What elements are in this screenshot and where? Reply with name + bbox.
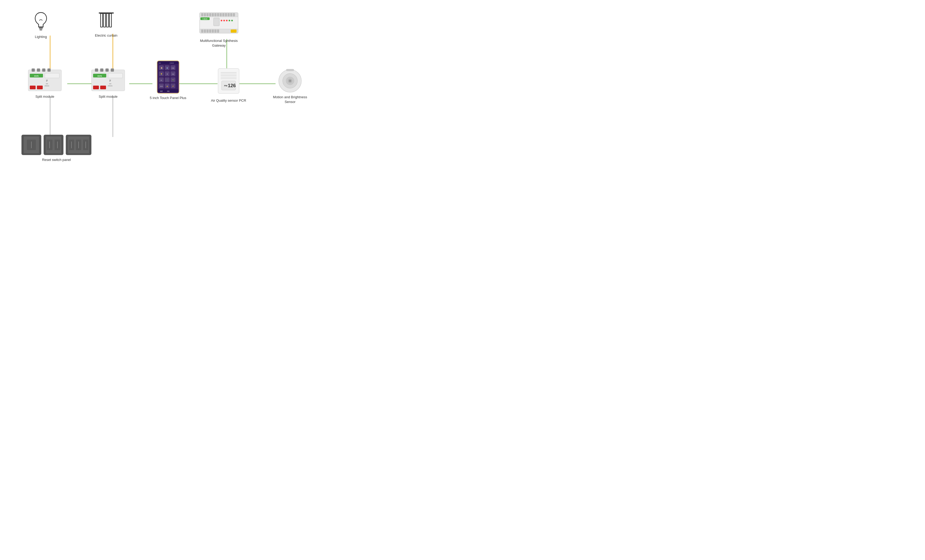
svg-rect-44	[158, 62, 179, 64]
touch-panel-node: 9:24 17:05 25° 🏠 ❄️ HVAC 💡 ⚙ RGB AC	[150, 61, 187, 101]
motion-sensor-node: Motion and Brightness Sensor	[270, 69, 310, 104]
svg-rect-87	[230, 13, 232, 17]
switch-3gang-icon	[65, 134, 92, 155]
svg-rect-120	[286, 69, 294, 71]
svg-rect-33	[105, 69, 108, 72]
svg-rect-96	[214, 18, 219, 26]
svg-rect-25	[30, 86, 36, 89]
svg-point-92	[223, 20, 225, 21]
svg-rect-14	[103, 14, 105, 27]
svg-text:V-BUS: V-BUS	[202, 18, 207, 20]
gateway-node: V-BUS Multifunctional Synthesis Gateway	[198, 10, 240, 48]
split-module-2-label: Split module	[99, 94, 118, 99]
diagram-container: Lighting Electric curtain GVS	[0, 0, 316, 192]
svg-rect-79	[209, 13, 211, 17]
svg-point-119	[289, 80, 291, 82]
svg-text:126: 126	[228, 83, 236, 88]
touch-panel-label: 5 inch Touch Panel Plus	[150, 96, 187, 101]
svg-rect-86	[227, 13, 230, 17]
svg-point-91	[221, 20, 222, 21]
svg-rect-81	[214, 13, 217, 17]
split-module-2-node: GVS μ 15A 250VAC Split module	[91, 69, 125, 99]
split-module-1-node: GVS μ 15A 250VAC Split module	[28, 69, 62, 99]
svg-rect-77	[204, 13, 206, 17]
svg-rect-20	[42, 69, 45, 72]
gateway-label: Multifunctional Synthesis Gateway	[198, 39, 240, 48]
svg-text:GVS: GVS	[34, 75, 39, 77]
svg-rect-34	[111, 69, 114, 72]
svg-rect-19	[37, 69, 40, 72]
gateway-icon: V-BUS	[199, 10, 239, 36]
svg-rect-21	[47, 69, 51, 72]
svg-rect-31	[95, 69, 98, 72]
reset-switch-label: Reset switch panel	[42, 158, 71, 162]
svg-text:9:24: 9:24	[159, 62, 161, 64]
svg-rect-88	[233, 13, 235, 17]
svg-rect-103	[214, 30, 217, 33]
curtain-label: Electric curtain	[95, 33, 118, 38]
svg-rect-13	[101, 14, 102, 27]
svg-rect-84	[222, 13, 224, 17]
svg-rect-39	[100, 86, 106, 89]
svg-rect-32	[100, 69, 103, 72]
svg-text:❄️: ❄️	[166, 67, 168, 69]
svg-text:RGB: RGB	[172, 74, 174, 75]
touch-panel-screen: 9:24 17:05 25° 🏠 ❄️ HVAC 💡 ⚙ RGB AC	[158, 62, 179, 93]
svg-text:17:05  25°: 17:05 25°	[170, 62, 174, 64]
svg-text:🔒: 🔒	[166, 86, 168, 87]
motion-sensor-label: Motion and Brightness Sensor	[270, 95, 310, 104]
svg-text:PM: PM	[224, 84, 227, 87]
lighting-icon	[32, 10, 50, 32]
air-sensor-node: PM 126 Air Quality sensor PCR	[211, 67, 246, 103]
svg-text:250VAC: 250VAC	[45, 85, 50, 87]
svg-rect-38	[93, 86, 99, 89]
svg-text:μ: μ	[46, 79, 48, 82]
lighting-node: Lighting	[32, 10, 50, 39]
lighting-label: Lighting	[35, 35, 47, 39]
svg-text:⚡: ⚡	[172, 86, 174, 87]
svg-rect-105	[231, 30, 237, 33]
svg-text:250VAC: 250VAC	[108, 85, 113, 87]
svg-rect-80	[212, 13, 214, 17]
split-module-2-icon: GVS μ 15A 250VAC	[91, 69, 125, 92]
split-module-1-label: Split module	[35, 94, 54, 99]
svg-point-93	[226, 20, 227, 21]
svg-text:💡: 💡	[161, 73, 163, 75]
svg-text:AC: AC	[161, 80, 162, 81]
motion-sensor-icon	[278, 69, 302, 93]
svg-text:📸: 📸	[172, 79, 174, 81]
switch-1gang-icon	[21, 134, 42, 155]
svg-text:15A: 15A	[109, 83, 112, 84]
split-module-1-icon: GVS μ 15A 250VAC	[28, 69, 62, 92]
svg-rect-16	[109, 14, 111, 27]
switch-panels-group	[21, 134, 92, 155]
svg-text:GVS: GVS	[98, 75, 102, 77]
svg-point-94	[229, 20, 230, 21]
curtain-icon	[97, 10, 116, 31]
svg-rect-101	[209, 30, 211, 33]
svg-rect-83	[220, 13, 222, 17]
svg-rect-26	[37, 86, 43, 89]
svg-text:🏠: 🏠	[160, 67, 163, 69]
svg-text:🎵: 🎵	[166, 79, 168, 81]
svg-point-95	[231, 20, 233, 21]
svg-text:15A: 15A	[46, 83, 48, 84]
svg-rect-100	[206, 30, 209, 33]
svg-rect-24	[45, 73, 59, 78]
touch-panel-icon: 9:24 17:05 25° 🏠 ❄️ HVAC 💡 ⚙ RGB AC	[157, 61, 179, 93]
curtain-node: Electric curtain	[95, 10, 118, 38]
svg-text:SSSS: SSSS	[160, 86, 163, 87]
svg-rect-82	[217, 13, 219, 17]
switch-2gang-icon	[43, 134, 64, 155]
air-sensor-label: Air Quality sensor PCR	[211, 98, 246, 103]
svg-rect-78	[206, 13, 209, 17]
svg-rect-18	[32, 69, 35, 72]
air-sensor-icon: PM 126	[217, 67, 241, 96]
svg-rect-102	[212, 30, 214, 33]
svg-rect-37	[108, 73, 123, 78]
svg-rect-15	[107, 14, 108, 27]
svg-text:μ: μ	[109, 79, 111, 82]
svg-text:关机: 关机	[167, 90, 170, 92]
svg-text:场景: 场景	[160, 90, 163, 92]
svg-rect-76	[201, 13, 203, 17]
